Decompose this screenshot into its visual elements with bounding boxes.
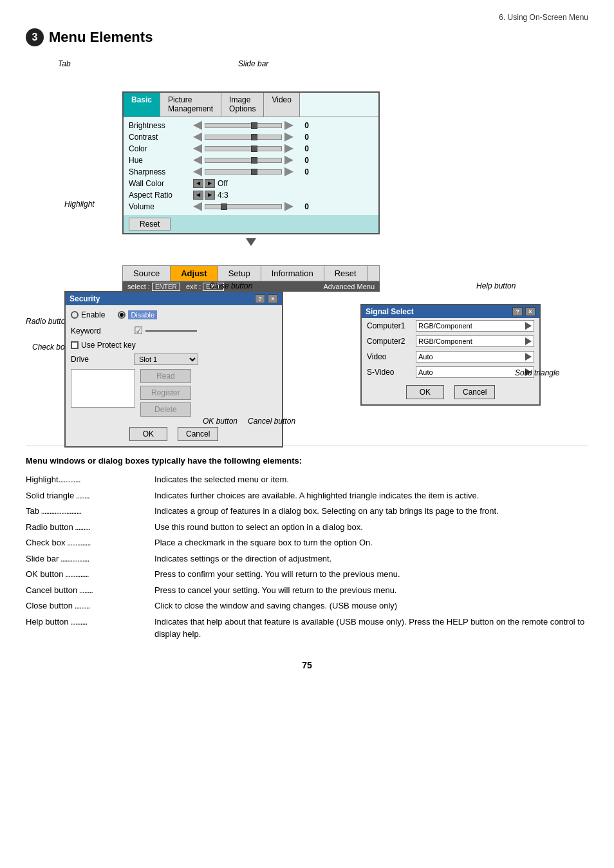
drive-row: Drive Slot 1 — [71, 354, 277, 365]
desc-row-check-box: Check box .............. Place a checkma… — [26, 536, 588, 549]
register-button[interactable]: Register — [140, 386, 191, 400]
radio-enable[interactable]: Enable — [71, 310, 105, 319]
signal-row-computer1: Computer1 RGB/Component — [362, 318, 539, 334]
desc-row-ok-button: OK button .............. Press to confir… — [26, 568, 588, 581]
signal-row-video: Video Auto — [362, 349, 539, 364]
menu-mockup: Basic PictureManagement ImageOptions Vid… — [122, 79, 380, 246]
signal-dialog-footer: OK Cancel — [362, 380, 539, 404]
protect-key-label: Use Protect key — [81, 341, 136, 350]
slider-track-sharpness[interactable] — [205, 169, 282, 175]
drive-select[interactable]: Slot 1 — [134, 354, 198, 365]
header-text: 6. Using On-Screen Menu — [499, 13, 588, 22]
tab-image[interactable]: ImageOptions — [221, 93, 264, 117]
computer2-select[interactable]: RGB/Component — [416, 335, 534, 347]
slider-track-brightness[interactable] — [205, 123, 282, 128]
delete-button[interactable]: Delete — [140, 402, 191, 417]
slider-right-hue[interactable] — [284, 156, 293, 165]
signal-rows: Computer1 RGB/Component Computer2 RGB/Co… — [362, 318, 539, 380]
slider-right-brightness[interactable] — [284, 121, 293, 130]
signal-row-computer2: Computer2 RGB/Component — [362, 334, 539, 349]
nav-information[interactable]: Information — [261, 266, 324, 281]
description-title: Menu windows or dialog boxes typically h… — [26, 456, 588, 466]
security-cancel-button[interactable]: Cancel — [178, 427, 218, 441]
slider-right-contrast[interactable] — [284, 133, 293, 142]
enter-key: ENTER — [152, 283, 180, 291]
signal-title-text: Signal Select — [366, 307, 414, 316]
description-table: Highlight............. Indicates the sel… — [26, 473, 588, 641]
description-section: Menu windows or dialog boxes typically h… — [26, 446, 588, 641]
security-ok-button[interactable]: OK — [129, 427, 167, 441]
diagram-area: Tab Slide bar Basic PictureManagement Im… — [26, 59, 588, 426]
aspect-right[interactable]: ▶ — [205, 191, 215, 200]
computer2-triangle — [525, 337, 532, 345]
nav-adjust[interactable]: Adjust — [171, 266, 218, 281]
menu-tabs: Basic PictureManagement ImageOptions Vid… — [124, 93, 378, 117]
slider-right-color[interactable] — [284, 144, 293, 153]
security-title-icons: ? × — [255, 294, 278, 303]
nav-bar: Source Adjust Setup Information Reset — [122, 265, 380, 281]
advanced-menu-label: Advanced Menu — [324, 283, 375, 290]
slider-track-contrast[interactable] — [205, 135, 282, 140]
menu-triangle — [246, 238, 256, 246]
security-help-icon[interactable]: ? — [255, 294, 265, 303]
desc-row-radio-button: Radio button ......... Use this round bu… — [26, 521, 588, 534]
menu-row-contrast: Contrast 0 — [129, 131, 373, 143]
computer1-select[interactable]: RGB/Component — [416, 320, 534, 332]
signal-ok-button[interactable]: OK — [406, 385, 444, 399]
tab-basic[interactable]: Basic — [124, 93, 160, 117]
slider-left-brightness[interactable] — [193, 121, 202, 130]
menu-row-aspect: Aspect Ratio ◀ ▶ 4:3 — [129, 189, 373, 201]
slider-track-hue[interactable] — [205, 158, 282, 163]
slider-left-volume[interactable] — [193, 202, 202, 211]
slider-left-color[interactable] — [193, 144, 202, 153]
menu-row-hue: Hue 0 — [129, 155, 373, 166]
signal-title-bar: Signal Select ? × — [362, 305, 539, 318]
menu-row-sharpness: Sharpness 0 — [129, 166, 373, 178]
section-title-text: Menu Elements — [49, 29, 153, 46]
slider-left-hue[interactable] — [193, 156, 202, 165]
slider-track-volume[interactable] — [205, 204, 282, 209]
signal-close-icon[interactable]: × — [525, 307, 535, 316]
drive-label: Drive — [71, 355, 129, 364]
cancel-button-diagram-label: Cancel button — [248, 417, 295, 426]
nav-setup[interactable]: Setup — [218, 266, 261, 281]
page-number: 75 — [26, 660, 588, 670]
menu-footer: Reset — [124, 215, 378, 233]
desc-row-help-button: Help button .......... Indicates that he… — [26, 616, 588, 641]
read-button[interactable]: Read — [140, 369, 191, 383]
video-triangle — [525, 353, 532, 361]
wall-color-left[interactable]: ◀ — [193, 179, 203, 188]
reset-button[interactable]: Reset — [129, 218, 171, 231]
tab-label: Tab — [58, 59, 71, 68]
slider-track-color[interactable] — [205, 146, 282, 151]
signal-help-icon[interactable]: ? — [512, 307, 523, 316]
nav-reset[interactable]: Reset — [324, 266, 367, 281]
desc-row-highlight: Highlight............. Indicates the sel… — [26, 473, 588, 486]
signal-cancel-button[interactable]: Cancel — [454, 385, 495, 399]
check-box-diagram-label: Check box — [32, 343, 69, 352]
security-title-bar: Security ? × — [66, 292, 282, 305]
menu-row-wallcolor: Wall Color ◀ ▶ Off — [129, 178, 373, 189]
radio-disable[interactable]: Disable — [118, 310, 157, 319]
wall-color-right[interactable]: ▶ — [205, 179, 215, 188]
tab-video[interactable]: Video — [264, 93, 299, 117]
protect-key-row: Use Protect key — [71, 341, 277, 350]
protect-key-checkbox[interactable] — [71, 341, 79, 349]
slider-left-contrast[interactable] — [193, 133, 202, 142]
security-close-icon[interactable]: × — [268, 294, 278, 303]
section-number: 3 — [26, 28, 44, 46]
slider-right-volume[interactable] — [284, 202, 293, 211]
menu-window: Basic PictureManagement ImageOptions Vid… — [122, 91, 380, 234]
aspect-left[interactable]: ◀ — [193, 191, 203, 200]
page-header: 6. Using On-Screen Menu — [26, 13, 588, 22]
slider-left-sharpness[interactable] — [193, 167, 202, 176]
nav-source[interactable]: Source — [123, 266, 171, 281]
keyword-row: Keyword ☑ — [71, 325, 277, 337]
help-button-diagram-label: Help button — [476, 281, 516, 290]
video-select[interactable]: Auto — [416, 351, 534, 363]
security-dialog-body: Enable Disable Keyword ☑ — [66, 305, 282, 422]
solid-triangle-diagram-label: Solid triangle — [515, 368, 559, 377]
slider-right-sharpness[interactable] — [284, 167, 293, 176]
signal-select-dialog: Signal Select ? × Computer1 RGB/Componen… — [360, 304, 541, 406]
tab-picture[interactable]: PictureManagement — [160, 93, 221, 117]
